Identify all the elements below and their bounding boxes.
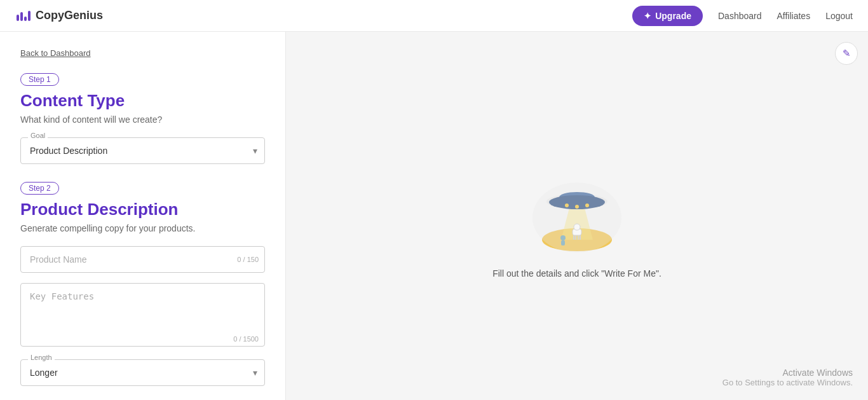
product-name-input[interactable] <box>20 246 265 273</box>
empty-state-text: Fill out the details and click "Write Fo… <box>492 268 661 279</box>
header: CopyGenius ✦ Upgrade Dashboard Affiliate… <box>0 0 868 32</box>
svg-rect-0 <box>17 15 19 21</box>
length-field-wrapper: Length Shorter Longer Custom ▾ <box>20 359 265 386</box>
product-name-wrapper: 0 / 150 <box>20 246 265 273</box>
illustration-area: Fill out the details and click "Write Fo… <box>492 154 661 279</box>
key-features-char-count: 0 / 1500 <box>233 335 259 343</box>
svg-rect-2 <box>24 17 27 21</box>
step1-section: Step 1 Content Type What kind of content… <box>20 73 265 164</box>
key-features-textarea[interactable] <box>20 283 265 347</box>
step1-badge: Step 1 <box>20 73 59 86</box>
goal-label: Goal <box>28 132 48 139</box>
shield-icon: ✦ <box>644 11 651 21</box>
goal-field-wrapper: Goal Product Description Blog Post Ad Co… <box>20 137 265 164</box>
step2-subtitle: Generate compelling copy for your produc… <box>20 223 265 233</box>
step1-subtitle: What kind of content will we create? <box>20 114 265 125</box>
logout-link[interactable]: Logout <box>825 11 853 21</box>
edit-icon: ✎ <box>843 48 851 59</box>
svg-rect-1 <box>20 12 23 21</box>
product-name-char-count: 0 / 150 <box>237 256 259 263</box>
length-label: Length <box>28 354 55 361</box>
key-features-wrapper: 0 / 1500 <box>20 283 265 349</box>
ufo-illustration <box>520 154 634 256</box>
logo-text: CopyGenius <box>36 9 103 22</box>
activate-windows-title: Activate Windows <box>722 368 853 378</box>
dashboard-link[interactable]: Dashboard <box>718 11 762 21</box>
affiliates-link[interactable]: Affiliates <box>777 11 811 21</box>
nav: ✦ Upgrade Dashboard Affiliates Logout <box>632 6 853 26</box>
goal-select[interactable]: Product Description Blog Post Ad Copy So… <box>20 137 265 164</box>
logo: CopyGenius <box>15 8 103 24</box>
left-panel: Back to Dashboard Step 1 Content Type Wh… <box>0 32 286 400</box>
length-select[interactable]: Shorter Longer Custom <box>20 359 265 386</box>
activate-windows: Activate Windows Go to Settings to activ… <box>722 368 853 387</box>
right-panel: ✎ <box>286 32 868 400</box>
svg-rect-3 <box>28 11 31 21</box>
edit-button[interactable]: ✎ <box>835 42 858 65</box>
upgrade-button[interactable]: ✦ Upgrade <box>632 6 703 26</box>
step1-title: Content Type <box>20 91 265 111</box>
main-layout: Back to Dashboard Step 1 Content Type Wh… <box>0 32 868 400</box>
logo-icon <box>15 8 31 24</box>
upgrade-label: Upgrade <box>655 11 691 21</box>
step2-title: Product Description <box>20 200 265 219</box>
step2-section: Step 2 Product Description Generate comp… <box>20 182 265 386</box>
activate-windows-sub: Go to Settings to activate Windows. <box>722 378 853 387</box>
step2-badge: Step 2 <box>20 182 59 195</box>
svg-point-20 <box>532 183 621 252</box>
back-to-dashboard-link[interactable]: Back to Dashboard <box>20 48 91 58</box>
